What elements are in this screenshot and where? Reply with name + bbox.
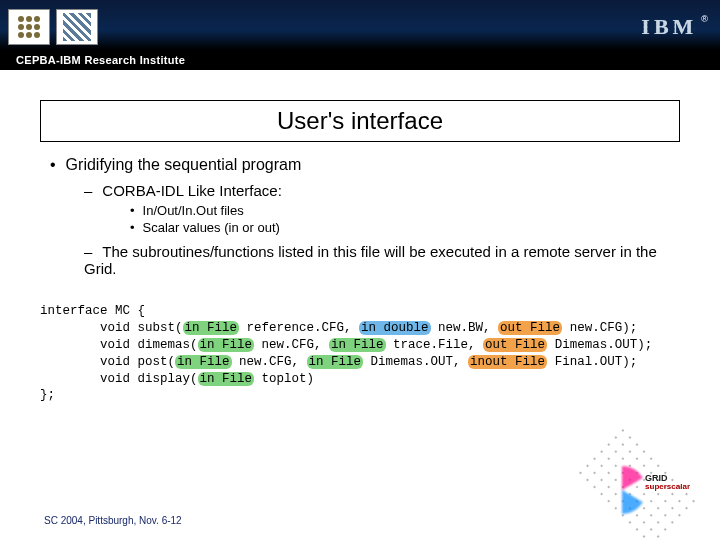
- dash-icon: [84, 243, 102, 260]
- hl-inout-file: inout File: [468, 355, 547, 369]
- code-seg: reference.CFG,: [239, 321, 359, 335]
- hl-out-file: out File: [483, 338, 547, 352]
- bullet-l3a: In/Out/In.Out files: [130, 203, 670, 218]
- bullet-l2a-text: CORBA-IDL Like Interface:: [102, 182, 282, 199]
- bullet-l2a: CORBA-IDL Like Interface:: [84, 182, 670, 199]
- code-seg: new.BW,: [431, 321, 499, 335]
- hl-out-file: out File: [498, 321, 562, 335]
- dash-icon: [84, 182, 102, 199]
- institute-name: CEPBA-IBM Research Institute: [16, 54, 185, 66]
- code-line: interface MC {: [40, 304, 145, 318]
- code-seg: void display(: [40, 372, 198, 386]
- hl-in-file: in File: [198, 338, 255, 352]
- bullet-l2b: The subroutines/functions listed in this…: [84, 243, 670, 277]
- header-bar: IBM ®: [0, 0, 720, 50]
- code-seg: new.CFG,: [254, 338, 329, 352]
- hl-in-file: in File: [183, 321, 240, 335]
- code-seg: new.CFG);: [562, 321, 637, 335]
- ibm-logo-group: IBM ®: [641, 14, 708, 40]
- grid-logo-text: GRID superscalar: [645, 474, 690, 491]
- code-seg: void dimemas(: [40, 338, 198, 352]
- bullet-l1: Gridifying the sequential program: [50, 156, 670, 174]
- registered-mark: ®: [701, 14, 708, 24]
- bullet-l3b: Scalar values (in or out): [130, 220, 670, 235]
- hl-in-file: in File: [175, 355, 232, 369]
- code-seg: Dimemas.OUT);: [547, 338, 652, 352]
- upc-logo: [8, 9, 50, 45]
- footer-text: SC 2004, Pittsburgh, Nov. 6-12: [44, 515, 182, 526]
- grid-logo-bottom: superscalar: [645, 483, 690, 491]
- bullet-dot-icon: [130, 203, 143, 218]
- code-seg: Dimemas.OUT,: [363, 355, 468, 369]
- cepba-logo: [56, 9, 98, 45]
- ibm-logo: IBM: [641, 14, 697, 40]
- code-seg: void post(: [40, 355, 175, 369]
- institute-bar: CEPBA-IBM Research Institute: [0, 50, 720, 70]
- bullet-l3b-text: Scalar values (in or out): [143, 220, 280, 235]
- bullet-dot-icon: [50, 156, 66, 173]
- hl-in-file: in File: [329, 338, 386, 352]
- bullet-dot-icon: [130, 220, 143, 235]
- slide-title: User's interface: [277, 107, 443, 134]
- code-seg: new.CFG,: [232, 355, 307, 369]
- slide-title-box: User's interface: [40, 100, 680, 142]
- left-logos: [8, 9, 98, 45]
- code-seg: void subst(: [40, 321, 183, 335]
- bullet-l1-text: Gridifying the sequential program: [66, 156, 302, 173]
- code-seg: toplot): [254, 372, 314, 386]
- hl-in-file: in File: [307, 355, 364, 369]
- bullet-l2b-text: The subroutines/functions listed in this…: [84, 243, 657, 277]
- code-seg: trace.File,: [386, 338, 484, 352]
- content-area: Gridifying the sequential program CORBA-…: [0, 156, 720, 277]
- code-seg: Final.OUT);: [547, 355, 637, 369]
- code-line: };: [40, 388, 55, 402]
- hl-in-file: in File: [198, 372, 255, 386]
- hl-in-double: in double: [359, 321, 431, 335]
- grid-superscalar-logo: GRID superscalar: [582, 452, 692, 522]
- bullet-l3a-text: In/Out/In.Out files: [143, 203, 244, 218]
- grid-swirl-icon: [598, 466, 646, 514]
- idl-code-block: interface MC { void subst(in File refere…: [40, 303, 720, 404]
